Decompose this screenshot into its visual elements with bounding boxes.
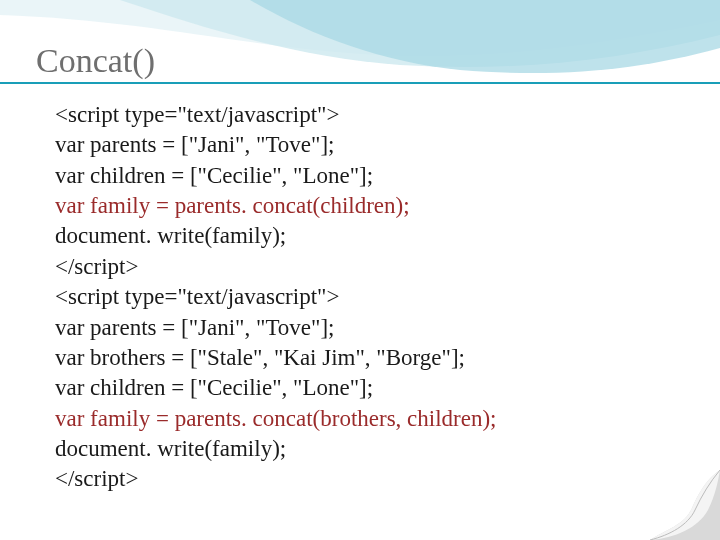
code-line: var brothers = ["Stale", "Kai Jim", "Bor… [55, 343, 695, 373]
slide-title: Concat() [36, 42, 155, 80]
code-block: <script type="text/javascript"> var pare… [55, 100, 695, 495]
code-line: var parents = ["Jani", "Tove"]; [55, 130, 695, 160]
code-line: <script type="text/javascript"> [55, 282, 695, 312]
code-line: document. write(family); [55, 434, 695, 464]
code-line: var parents = ["Jani", "Tove"]; [55, 313, 695, 343]
code-line: </script> [55, 252, 695, 282]
code-line: var children = ["Cecilie", "Lone"]; [55, 373, 695, 403]
code-line-highlight: var family = parents. concat(children); [55, 191, 695, 221]
code-line: document. write(family); [55, 221, 695, 251]
code-line: <script type="text/javascript"> [55, 100, 695, 130]
code-line-highlight: var family = parents. concat(brothers, c… [55, 404, 695, 434]
title-underline [0, 82, 720, 84]
code-line: </script> [55, 464, 695, 494]
page-curl-decoration [630, 450, 720, 540]
code-line: var children = ["Cecilie", "Lone"]; [55, 161, 695, 191]
